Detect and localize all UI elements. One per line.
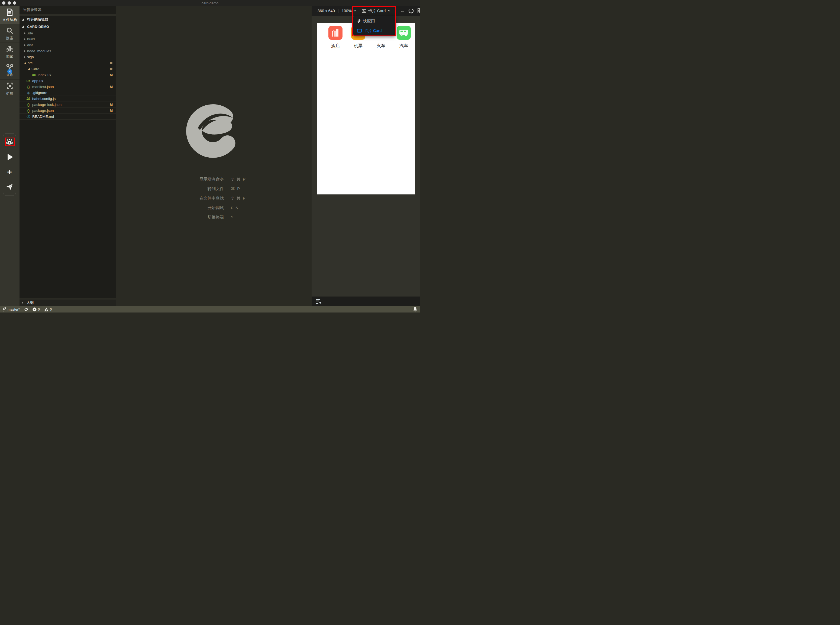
dropdown-item-label: 快应用 [363, 19, 375, 23]
activity-item-file-structure[interactable]: 文件结构 [0, 6, 20, 24]
tree-item-file[interactable]: {} manifest.json M [20, 84, 116, 90]
file-tree: .ide build dist node_modules sign src [20, 30, 116, 299]
shortcut-keys: ⇧ ⌘ F [231, 196, 263, 201]
activity-item-label: 搜索 [6, 36, 14, 40]
info-file-icon: ⓘ [25, 114, 31, 119]
tree-item-label: package.json [32, 109, 54, 113]
tree-item-folder[interactable]: Card [20, 66, 116, 72]
repository-badge: 4 [7, 69, 12, 74]
back-button[interactable]: ← [400, 8, 405, 14]
json-file-icon: {} [25, 103, 31, 107]
error-icon [33, 307, 37, 311]
chevron-expanded-icon [24, 62, 26, 64]
shortcut-row: 在文件中查找 ⇧ ⌘ F [164, 196, 263, 201]
tree-item-label: dist [27, 43, 33, 47]
chevron-collapsed-icon [24, 50, 25, 53]
search-icon [6, 26, 13, 35]
tree-item-folder[interactable]: src [20, 60, 116, 66]
app-label: 火车 [377, 43, 385, 49]
qr-code-button[interactable] [418, 8, 420, 13]
git-branch-indicator[interactable]: master* [3, 307, 20, 311]
activity-item-debug[interactable]: 调试 [0, 43, 20, 61]
error-counter[interactable]: 0 [33, 307, 40, 311]
dropdown-item-card[interactable]: 卡片 Card [353, 27, 396, 35]
refresh-button[interactable] [408, 8, 414, 14]
sync-button[interactable] [24, 307, 28, 311]
target-select[interactable]: 卡片 Card [360, 8, 392, 14]
app-car[interactable]: 汽车 [397, 26, 411, 49]
tree-item-file[interactable]: ⓘ README.md [20, 114, 116, 120]
send-icon [6, 183, 13, 190]
log-filter-button[interactable] [316, 299, 321, 304]
tree-item-file[interactable]: JS babel.config.js [20, 96, 116, 102]
activity-item-extensions[interactable]: 扩展 [0, 79, 20, 98]
chevron-collapsed-icon [24, 38, 25, 40]
tree-item-file[interactable]: UX index.ux M [20, 72, 116, 78]
window-title: card-demo [0, 1, 420, 5]
play-icon [8, 154, 13, 160]
bus-icon [397, 26, 411, 40]
tree-item-folder[interactable]: sign [20, 54, 116, 60]
chevron-expanded-icon [28, 68, 30, 70]
section-open-editors[interactable]: 打开的编辑器 [20, 16, 116, 23]
activity-item-repository[interactable]: 4 仓库 [0, 61, 20, 79]
activity-item-search[interactable]: 搜索 [0, 24, 20, 43]
shortcut-keys: ⇧ ⌘ P [231, 177, 263, 182]
shortcut-keys: ⌘ P [231, 186, 263, 191]
branch-name: master* [8, 307, 20, 311]
tree-item-folder[interactable]: node_modules [20, 48, 116, 54]
modified-badge: M [110, 109, 113, 113]
tree-item-label: Card [31, 67, 39, 71]
warning-counter[interactable]: 0 [44, 307, 52, 311]
app-hotel[interactable]: HOTEL 酒店 [329, 26, 343, 49]
app-label: 汽车 [399, 43, 408, 49]
modified-badge: M [110, 73, 113, 77]
publish-button[interactable] [3, 181, 16, 193]
tree-item-folder[interactable]: dist [20, 42, 116, 48]
warning-count: 0 [50, 307, 52, 311]
bug-icon [6, 45, 14, 53]
preview-eye-button[interactable] [3, 136, 16, 148]
explorer-title: 资源管理器 [20, 6, 116, 14]
notifications-button[interactable] [413, 307, 417, 312]
maximize-window-button[interactable] [13, 2, 16, 5]
tree-item-label: src [28, 61, 33, 65]
zoom-select[interactable]: 100% [342, 9, 356, 13]
tree-item-file[interactable]: ◆ .gitignore [20, 90, 116, 96]
preview-dimensions: 360 x 640 [318, 9, 335, 13]
section-project[interactable]: CARD-DEMO [20, 23, 116, 30]
tree-item-file[interactable]: {} package-lock.json M [20, 102, 116, 108]
shortcut-row: 切换终端 ^ ` [164, 215, 263, 220]
tree-item-file[interactable]: {} package.json M [20, 108, 116, 114]
section-outline[interactable]: 大纲 [20, 300, 116, 306]
section-label: CARD-DEMO [27, 25, 49, 29]
shortcut-label: 显示所有命令 [164, 177, 224, 182]
card-icon [357, 29, 362, 33]
device-preview-screen: HOTEL 酒店 机票 火车 [317, 23, 415, 194]
tree-item-folder[interactable]: build [20, 36, 116, 42]
tree-item-label: index.ux [37, 73, 51, 77]
json-file-icon: {} [25, 109, 31, 113]
chevron-collapsed-icon [22, 302, 23, 304]
refresh-icon [408, 8, 414, 14]
warning-icon [44, 307, 48, 311]
tree-item-label: sign [27, 55, 34, 59]
dropdown-item-quickapp[interactable]: 快应用 [353, 17, 396, 25]
minimize-window-button[interactable] [8, 2, 11, 5]
add-button[interactable]: + [3, 166, 16, 178]
tree-item-folder[interactable]: .ide [20, 30, 116, 36]
chevron-expanded-icon [22, 19, 24, 20]
activity-item-label: 扩展 [6, 91, 14, 96]
chevron-collapsed-icon [24, 56, 25, 59]
tree-item-file[interactable]: UX app.ux [20, 78, 116, 84]
preview-tool-group: + [3, 133, 16, 196]
app-label: 机票 [354, 43, 363, 49]
run-button[interactable] [3, 151, 16, 163]
shortcut-row: 转到文件 ⌘ P [164, 186, 263, 191]
shortcut-label: 转到文件 [164, 186, 224, 191]
target-value: 卡片 Card [368, 8, 386, 14]
app-logo [185, 103, 242, 159]
close-window-button[interactable] [2, 2, 5, 5]
explorer-panel: 资源管理器 打开的编辑器 CARD-DEMO .ide build dist [20, 6, 116, 306]
git-branch-icon [3, 307, 6, 311]
